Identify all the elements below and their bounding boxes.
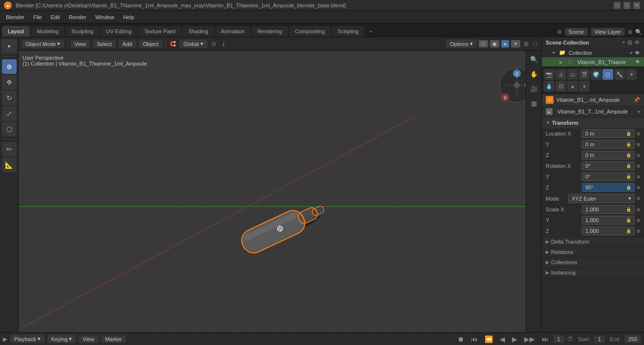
collection-eye2[interactable]: 👁 [635,50,640,56]
tab-uv-editing[interactable]: UV Editing [100,26,137,37]
add-menu[interactable]: Add [119,40,136,48]
menu-edit[interactable]: Edit [47,13,64,22]
zoom-in-btn[interactable]: 🔍 [528,53,540,66]
tool-scale[interactable]: ⤢ [2,106,17,121]
menu-window[interactable]: Window [91,13,118,22]
next-keyframe-btn[interactable]: ▶▶ [522,335,537,343]
zoom-out-btn[interactable]: ✋ [528,68,540,80]
prop-tab-material[interactable]: ● [579,81,590,92]
viewport-3d[interactable]: Object Mode ▾ View Select Add Object 🧲 G… [19,37,541,332]
first-frame-btn[interactable]: ⏮ [469,335,480,343]
prop-tab-world[interactable]: 🌍 [591,69,601,80]
tool-annotate[interactable]: ✏ [2,142,17,157]
menu-file[interactable]: File [29,13,46,22]
prop-pin-icon[interactable]: 📌 [633,97,640,103]
mode-selector[interactable]: ▼ [1,39,17,54]
maximize-button[interactable]: □ [623,2,630,9]
transform-section-header[interactable]: ▼ Transform [542,117,644,128]
view-menu-tl[interactable]: View [79,335,98,343]
window-controls[interactable]: ─ □ ✕ [614,2,640,9]
snap-icon[interactable]: ⤓ [220,41,227,47]
wireframe-btn[interactable]: ⬡ [479,40,488,47]
rotation-x-field[interactable]: 0° 🔒 [582,161,635,170]
current-frame[interactable]: 1 [554,335,564,343]
record-btn[interactable]: ⏺ [455,335,466,343]
prop-tab-data[interactable]: ▲ [567,81,578,92]
location-x-field[interactable]: 0 m 🔒 [582,129,635,138]
tab-add[interactable]: + [365,26,376,37]
keying-menu[interactable]: Keying ▾ [47,335,76,343]
tab-compositing[interactable]: Compositing [289,26,331,37]
tab-shading[interactable]: Shading [182,26,214,37]
last-frame-btn[interactable]: ⏭ [540,335,551,343]
tool-measure[interactable]: 📐 [2,158,17,172]
lock-rx-icon[interactable]: 🔒 [626,163,631,168]
viewport-mode-selector[interactable]: Object Mode ▾ [22,40,64,48]
delta-transform-section[interactable]: ▶ Delta Transform [542,237,644,247]
options-menu[interactable]: Options ▾ [446,40,477,48]
collection-eye[interactable]: ✓ [629,50,633,56]
rotation-z-field[interactable]: 90° 🔒 [582,183,635,192]
tool-move[interactable]: ✥ [2,75,17,90]
tab-layout[interactable]: Layout [2,26,30,37]
prop-tab-modifier[interactable]: 🔧 [614,69,625,80]
lock-z-icon[interactable]: 🔒 [626,153,631,158]
overlay-icon[interactable]: ⊞ [522,41,530,47]
search-icon[interactable]: 🔍 [635,29,642,35]
mode-select[interactable]: XYZ Euler ▾ [568,194,635,203]
transform-global[interactable]: Global ▾ [179,40,207,48]
proportional-icon[interactable]: ⊙ [210,41,217,47]
grid-btn[interactable]: ▦ [528,97,540,110]
filter-icon[interactable]: ⊞ [627,39,632,46]
tab-texture-paint[interactable]: Texture Paint [138,26,181,37]
tab-rendering[interactable]: Rendering [251,26,288,37]
lock-sx-icon[interactable]: 🔒 [626,207,631,212]
filter-icon[interactable]: ⊞ [628,29,632,35]
lock-sy-icon[interactable]: 🔒 [626,218,631,223]
relations-section[interactable]: ▶ Relations [542,247,644,257]
tab-modeling[interactable]: Modeling [31,26,65,37]
tool-rotate[interactable]: ↻ [2,91,17,105]
tab-sculpting[interactable]: Sculpting [66,26,99,37]
prop-tab-render[interactable]: 📷 [544,69,555,80]
start-frame[interactable]: 1 [594,335,605,343]
tab-scripting[interactable]: Scripting [332,26,364,37]
collections-section[interactable]: ▶ Collections [542,257,644,268]
menu-blender[interactable]: Blender [2,13,28,22]
camera-btn[interactable]: 🎥 [528,82,540,95]
tool-transform[interactable]: ⬡ [2,122,17,137]
prop-tab-object[interactable]: ⬡ [602,69,613,80]
new-collection-icon[interactable]: + [622,39,625,46]
minimize-button[interactable]: ─ [614,2,621,9]
end-frame[interactable]: 250 [624,335,641,343]
scene-selector[interactable]: Scene [565,28,588,36]
close-button[interactable]: ✕ [633,2,640,9]
instancing-section[interactable]: ▶ Instancing [542,268,644,278]
prop-tab-view-layer[interactable]: 🗂 [567,69,578,80]
menu-render[interactable]: Render [65,13,90,22]
collection-root[interactable]: ▼ 📁 Collection ✓ 👁 [542,48,644,57]
material-btn[interactable]: ● [501,40,509,47]
tab-animation[interactable]: Animation [215,26,251,37]
play-btn[interactable]: ▶ [510,335,519,343]
snap-magnet-icon[interactable]: 🧲 [169,41,177,46]
solid-btn[interactable]: ◉ [490,40,499,47]
lock-ry-icon[interactable]: 🔒 [626,174,631,179]
lock-rz-icon[interactable]: 🔒 [626,185,631,190]
prop-tab-constraints[interactable]: ⛓ [555,81,566,92]
rendered-btn[interactable]: ☀ [511,40,520,47]
select-menu[interactable]: Select [93,40,116,48]
prop-tab-output[interactable]: 🖨 [555,69,566,80]
rotation-y-field[interactable]: 0° 🔒 [582,172,635,181]
viewport-canvas[interactable]: User Perspective (1) Collection | Vitami… [19,51,541,332]
prop-tab-physics[interactable]: 💧 [544,81,555,92]
xray-icon[interactable]: □ [532,41,538,47]
prev-frame-btn[interactable]: ⏪ [483,335,495,343]
prev-keyframe-btn[interactable]: ◀ [498,335,507,343]
marker-menu[interactable]: Marker [101,335,126,343]
scale-y-field[interactable]: 1.000 🔒 [582,216,635,225]
eye-icon[interactable]: 👁 [634,39,640,46]
location-y-field[interactable]: 0 m 🔒 [582,140,635,149]
object-menu[interactable]: Object [139,40,162,48]
menu-help[interactable]: Help [119,13,138,22]
